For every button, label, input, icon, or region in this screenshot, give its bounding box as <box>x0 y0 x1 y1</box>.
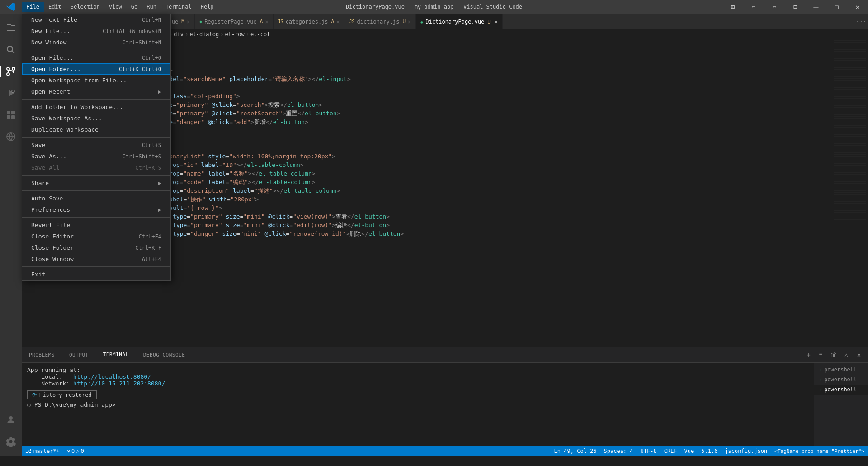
dropdown-item-close-editor[interactable]: Close Editor Ctrl+F4 <box>22 231 170 242</box>
maximize-button[interactable]: ❐ <box>826 0 847 14</box>
svg-point-0 <box>7 46 13 52</box>
activity-icon-extensions[interactable] <box>0 104 22 126</box>
dropdown-item-exit[interactable]: Exit <box>22 269 170 280</box>
dropdown-item-revert[interactable]: Revert File <box>22 219 170 231</box>
new-terminal-button[interactable]: + <box>803 349 814 360</box>
terminal-content[interactable]: App running at: - Local: http://localhos… <box>22 363 814 446</box>
status-version[interactable]: 5.1.6 <box>698 446 721 456</box>
dropdown-item-duplicate-workspace[interactable]: Duplicate Workspace <box>22 124 170 135</box>
menu-file[interactable]: File <box>22 2 44 12</box>
dropdown-item-share[interactable]: Share ▶ <box>22 177 170 189</box>
dropdown-item-open-file[interactable]: Open File... Ctrl+O <box>22 52 170 63</box>
menu-run[interactable]: Run <box>142 2 161 12</box>
close-panel-button[interactable]: ✕ <box>854 349 864 360</box>
tab-categories-js[interactable]: JS categories.js A ✕ <box>274 14 345 29</box>
split-terminal-button[interactable]: ⫩ <box>816 349 826 360</box>
status-config[interactable]: jsconfig.json <box>721 446 771 456</box>
dropdown-item-close-folder[interactable]: Close Folder Ctrl+K F <box>22 242 170 253</box>
vscode-logo <box>0 0 22 14</box>
dropdown-item-add-folder[interactable]: Add Folder to Workspace... <box>22 101 170 113</box>
activity-icon-remote[interactable] <box>0 126 22 147</box>
svg-point-5 <box>12 90 14 93</box>
maximize-panel-button[interactable]: △ <box>841 349 852 360</box>
new-text-file-shortcut: Ctrl+N <box>142 17 161 23</box>
dropdown-item-new-file[interactable]: New File... Ctrl+Alt+Windows+N <box>22 25 170 37</box>
vue-icon: ◆ <box>420 19 423 24</box>
activity-icon-source-control[interactable] <box>0 61 22 82</box>
terminal-tab-2[interactable]: ⊞ powershell <box>814 375 868 385</box>
status-prettier[interactable]: <TagName prop-name="Prettier"> <box>771 446 868 456</box>
menu-go[interactable]: Go <box>127 2 142 12</box>
menu-selection[interactable]: Selection <box>66 2 104 12</box>
dropdown-item-open-folder[interactable]: Open Folder... Ctrl+K Ctrl+O <box>22 63 170 75</box>
panel-tab-problems[interactable]: PROBLEMS <box>22 348 62 361</box>
menu-view[interactable]: View <box>104 2 127 12</box>
status-eol[interactable]: CRLF <box>660 446 681 456</box>
sidebar-toggle-icon[interactable]: ▭ <box>743 0 764 14</box>
status-position[interactable]: Ln 49, Col 26 <box>551 446 600 456</box>
layout-icon[interactable]: ⊞ <box>722 0 743 14</box>
dropdown-item-close-window[interactable]: Close Window Alt+F4 <box>22 253 170 265</box>
vue-icon: ◆ <box>199 19 202 24</box>
panel-tabs-bar: PROBLEMS OUTPUT TERMINAL DEBUG CONSOLE +… <box>22 347 868 363</box>
activity-icon-search[interactable] <box>0 39 22 61</box>
dropdown-item-preferences[interactable]: Preferences ▶ <box>22 204 170 215</box>
tab-dictionary-page[interactable]: ◆ DictionaryPage.vue U ✕ <box>416 14 503 29</box>
svg-point-11 <box>9 416 13 420</box>
activity-bar <box>0 14 22 456</box>
terminal-tab-3[interactable]: ⊞ powershell <box>814 385 868 395</box>
svg-rect-6 <box>7 111 10 114</box>
panel-tab-terminal[interactable]: TERMINAL <box>96 348 136 361</box>
terminal-tab-1[interactable]: ⊞ powershell <box>814 365 868 375</box>
menu-edit[interactable]: Edit <box>44 2 66 12</box>
status-branch[interactable]: ⎇ master*+ <box>22 446 63 456</box>
terminal-prompt: ○ PS D:\vue\my-admin-app> <box>27 401 808 408</box>
menu-terminal[interactable]: Terminal <box>161 2 196 12</box>
tab-close-icon[interactable]: ✕ <box>495 19 498 25</box>
tab-close-icon[interactable]: ✕ <box>408 19 411 25</box>
terminal-line: App running at: <box>27 366 808 373</box>
activity-icon-accounts[interactable] <box>0 409 22 431</box>
layout-options-icon[interactable]: ⊟ <box>785 0 806 14</box>
panel: PROBLEMS OUTPUT TERMINAL DEBUG CONSOLE +… <box>22 347 868 446</box>
activity-icon-files[interactable] <box>0 17 22 39</box>
history-restored-pill: ⟳ History restored <box>27 390 97 399</box>
dropdown-item-auto-save[interactable]: Auto Save <box>22 193 170 204</box>
status-language[interactable]: Vue <box>681 446 698 456</box>
tab-close-icon[interactable]: ✕ <box>187 19 190 25</box>
status-right: Ln 49, Col 26 Spaces: 4 UTF-8 CRLF Vue 5… <box>551 446 868 456</box>
dropdown-item-new-text-file[interactable]: New Text File Ctrl+N <box>22 14 170 25</box>
status-errors[interactable]: ⊙ 0 △ 0 <box>63 446 88 456</box>
dropdown-item-save-as[interactable]: Save As... Ctrl+Shift+S <box>22 151 170 162</box>
terminal-line: - Local: http://localhost:8080/ <box>27 373 808 380</box>
panel-toggle-icon[interactable]: ▭ <box>764 0 785 14</box>
tab-close-icon[interactable]: ✕ <box>265 19 268 25</box>
status-spaces[interactable]: Spaces: 4 <box>600 446 637 456</box>
panel-actions: + ⫩ 🗑 △ ✕ <box>803 349 868 360</box>
activity-icon-run-debug[interactable] <box>0 82 22 104</box>
dropdown-item-new-window[interactable]: New Window Ctrl+Shift+N <box>22 37 170 48</box>
close-button[interactable]: ✕ <box>847 0 868 14</box>
dropdown-item-save-all[interactable]: Save All Ctrl+K S <box>22 162 170 173</box>
error-count: 0 <box>71 448 75 454</box>
tab-register-page[interactable]: ◆ RegisterPage.vue A ✕ <box>195 14 273 29</box>
tab-dictionary-js[interactable]: JS dictionary.js U ✕ <box>344 14 416 29</box>
panel-tab-debug-console[interactable]: DEBUG CONSOLE <box>136 348 193 361</box>
kill-terminal-button[interactable]: 🗑 <box>828 349 839 360</box>
panel-tab-output[interactable]: OUTPUT <box>62 348 96 361</box>
activity-icon-settings[interactable] <box>0 431 22 452</box>
terminal-line: - Network: http://10.15.211.202:8080/ <box>27 380 808 387</box>
menu-help[interactable]: Help <box>196 2 218 12</box>
tab-close-icon[interactable]: ✕ <box>336 19 340 25</box>
dropdown-item-open-recent[interactable]: Open Recent ▶ <box>22 86 170 97</box>
minimize-button[interactable]: ─ <box>806 0 826 14</box>
svg-line-1 <box>12 51 15 54</box>
menu-bar: File Edit Selection View Go Run Terminal… <box>22 2 218 12</box>
dropdown-item-save[interactable]: Save Ctrl+S <box>22 139 170 151</box>
status-encoding[interactable]: UTF-8 <box>637 446 660 456</box>
titlebar: File Edit Selection View Go Run Terminal… <box>0 0 868 14</box>
dropdown-item-open-workspace[interactable]: Open Workspace from File... <box>22 75 170 86</box>
warning-count: 0 <box>81 448 84 454</box>
more-tabs-button[interactable]: ··· <box>854 14 868 29</box>
dropdown-item-save-workspace[interactable]: Save Workspace As... <box>22 113 170 124</box>
